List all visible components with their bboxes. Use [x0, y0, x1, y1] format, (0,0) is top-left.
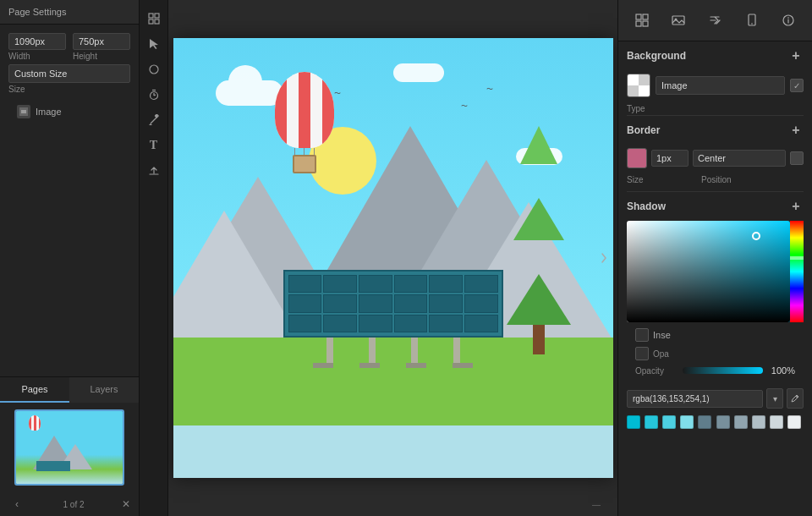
- bg-type-select[interactable]: Image: [656, 76, 785, 95]
- bird3: 〜: [486, 85, 493, 94]
- swatch-10[interactable]: [787, 415, 801, 429]
- opa-check[interactable]: [635, 347, 649, 360]
- shadow-add-btn[interactable]: +: [788, 199, 804, 214]
- border-add-btn[interactable]: +: [788, 123, 804, 138]
- opacity-row: Opa: [627, 344, 804, 363]
- rgba-chevron-btn[interactable]: ▾: [766, 388, 783, 409]
- cloud2: [393, 63, 444, 82]
- border-color-swatch[interactable]: [627, 148, 647, 168]
- pages-layers: Pages Layers ‹ 1 of 2 ✕: [0, 376, 139, 516]
- svg-point-7: [150, 65, 158, 74]
- opacity-slider-row: Opacity 100%: [627, 363, 804, 378]
- page-indicator: 1 of 2: [63, 500, 84, 509]
- border-check[interactable]: [790, 151, 804, 165]
- swatch-1[interactable]: [627, 415, 640, 429]
- tool-pen[interactable]: [142, 108, 166, 132]
- canvas-nav-right[interactable]: [594, 248, 614, 268]
- image-icon-btn[interactable]: [665, 7, 692, 34]
- svg-point-30: [796, 396, 798, 398]
- opacity-slider[interactable]: [683, 367, 763, 374]
- color-dark-overlay: [627, 221, 790, 322]
- inset-label: Inse: [653, 330, 671, 340]
- rgba-input[interactable]: [627, 390, 763, 408]
- shadow-title: Shadow: [627, 200, 666, 212]
- opa-label: Opa: [653, 349, 673, 359]
- left-sidebar: Page Settings Width Height Custom Size S…: [0, 0, 140, 516]
- layout-icon-btn[interactable]: [628, 7, 656, 34]
- tab-layers[interactable]: Layers: [69, 377, 139, 403]
- shadow-section: Inse Opa Opacity 100%: [618, 221, 812, 385]
- svg-rect-17: [636, 21, 641, 26]
- tool-text[interactable]: T: [142, 134, 166, 157]
- svg-marker-13: [149, 124, 152, 125]
- shadow-section-header: Shadow +: [618, 192, 812, 221]
- svg-rect-15: [636, 14, 641, 19]
- swatch-8[interactable]: [752, 415, 765, 429]
- swatch-5[interactable]: [698, 415, 711, 429]
- tab-pages[interactable]: Pages: [0, 377, 69, 403]
- size-wrapper: Custom Size Size: [8, 64, 130, 95]
- swatch-4[interactable]: [680, 415, 694, 429]
- inset-check[interactable]: [635, 328, 649, 342]
- page-thumbnail[interactable]: [14, 409, 124, 486]
- background-add-btn[interactable]: +: [788, 48, 804, 63]
- svg-rect-28: [628, 85, 639, 96]
- size-select[interactable]: Custom Size: [8, 64, 130, 83]
- inset-row: Inse: [627, 326, 804, 344]
- page-delete-btn[interactable]: ✕: [122, 498, 130, 510]
- svg-marker-6: [150, 39, 158, 49]
- border-position-label: Position: [701, 175, 732, 184]
- tool-circle[interactable]: [142, 58, 166, 81]
- border-labels: Size Position: [618, 175, 812, 191]
- canvas-area: 〜 〜 〜: [168, 0, 617, 516]
- height-input[interactable]: [73, 33, 130, 50]
- tool-upload[interactable]: [142, 159, 166, 183]
- illustration: 〜 〜 〜: [173, 38, 613, 478]
- border-position-select[interactable]: Center Inside Outside: [693, 150, 786, 167]
- tool-timer[interactable]: [142, 83, 166, 107]
- right-panel: Background + Image ✓ Type Border + Cente…: [617, 0, 812, 516]
- info-icon-btn[interactable]: [775, 7, 802, 34]
- swatch-2[interactable]: [645, 415, 658, 429]
- svg-rect-19: [672, 16, 684, 25]
- bg-check[interactable]: ✓: [790, 79, 804, 92]
- device-icon-btn[interactable]: [738, 7, 765, 34]
- width-input[interactable]: [8, 33, 66, 50]
- rgba-eyedropper-btn[interactable]: [787, 388, 804, 409]
- export-icon-btn[interactable]: [701, 7, 728, 34]
- color-picker[interactable]: [627, 221, 790, 322]
- swatch-3[interactable]: [662, 415, 676, 429]
- layer-item: Image: [8, 100, 130, 124]
- solar-panel: [283, 270, 503, 368]
- panel-base: [283, 363, 503, 368]
- dimension-row: Width Height: [8, 33, 130, 61]
- svg-rect-18: [643, 21, 648, 26]
- balloon-basket: [293, 155, 316, 173]
- panel-legs: [283, 338, 503, 363]
- svg-rect-29: [639, 85, 650, 96]
- hue-strip[interactable]: [790, 221, 804, 322]
- swatch-7[interactable]: [734, 415, 748, 429]
- swatch-9[interactable]: [770, 415, 783, 429]
- svg-rect-27: [639, 74, 650, 85]
- rgba-row: ▾: [618, 385, 812, 412]
- layer-label: Image: [36, 107, 62, 117]
- balloon-ropes: [294, 148, 315, 155]
- tree-right: [507, 194, 571, 354]
- balloon: [275, 72, 334, 173]
- size-label: Size: [8, 85, 25, 94]
- width-field: Width: [8, 33, 66, 61]
- swatch-6[interactable]: [716, 415, 730, 429]
- tool-grid[interactable]: [142, 7, 166, 30]
- color-cursor: [752, 232, 760, 240]
- tool-cursor[interactable]: [142, 32, 166, 56]
- top-icons-bar: [618, 0, 812, 41]
- border-size-input[interactable]: [651, 150, 689, 167]
- canvas-bottom-indicator: —: [592, 500, 601, 509]
- border-row: Center Inside Outside: [618, 145, 812, 175]
- svg-rect-14: [155, 114, 158, 118]
- page-prev-btn[interactable]: ‹: [8, 496, 25, 513]
- canvas-frame[interactable]: 〜 〜 〜: [173, 38, 613, 478]
- svg-rect-1: [21, 110, 26, 113]
- settings-panel: Width Height Custom Size Size Image: [0, 25, 139, 132]
